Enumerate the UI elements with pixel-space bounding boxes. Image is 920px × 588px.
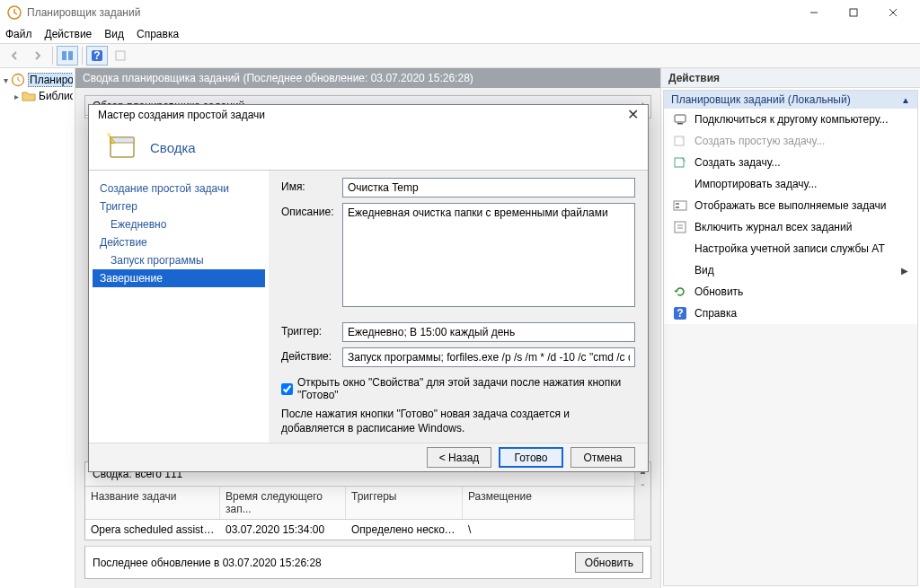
svg-rect-2 xyxy=(62,51,66,60)
svg-text:?: ? xyxy=(93,49,100,62)
tree-root[interactable]: ▾ Планировщ xyxy=(2,72,73,88)
action-import[interactable]: Импортировать задачу... xyxy=(664,173,917,195)
svg-rect-3 xyxy=(68,51,73,60)
label-trigger: Триггер: xyxy=(281,322,342,342)
toolbar-blank-button[interactable] xyxy=(110,46,131,66)
svg-rect-14 xyxy=(676,206,679,208)
refresh-button[interactable]: Обновить xyxy=(575,552,643,573)
action-refresh[interactable]: Обновить xyxy=(664,281,917,303)
minimize-button[interactable] xyxy=(794,0,834,25)
folder-icon xyxy=(22,89,36,103)
submenu-arrow-icon: ▶ xyxy=(901,266,908,276)
chevron-right-icon: ▸ xyxy=(14,92,19,101)
col-location[interactable]: Размещение xyxy=(463,487,634,519)
close-button[interactable] xyxy=(873,0,913,25)
back-button[interactable]: < Назад xyxy=(427,447,491,468)
action-create[interactable]: Создать задачу... xyxy=(664,152,917,173)
toolbar-panes-button[interactable] xyxy=(57,46,78,66)
svg-rect-8 xyxy=(675,115,686,122)
clock-icon xyxy=(11,73,25,87)
label-action: Действие: xyxy=(281,347,342,367)
table-header: Название задачи Время следующего зап... … xyxy=(85,487,634,520)
menu-help[interactable]: Справка xyxy=(137,28,179,40)
action-help[interactable]: ? Справка xyxy=(664,303,917,324)
description-field[interactable]: Ежедневная очистка папки с временными фа… xyxy=(342,203,635,307)
svg-text:?: ? xyxy=(677,307,683,320)
refresh-icon xyxy=(673,285,687,299)
toolbar: ? xyxy=(0,43,920,68)
label-desc: Описание: xyxy=(281,203,342,310)
wizard-steps: Создание простой задачи Триггер Ежедневн… xyxy=(89,171,269,443)
table-row[interactable]: Opera scheduled assistant Autoup... 03.0… xyxy=(85,520,634,540)
step-trigger[interactable]: Триггер xyxy=(93,197,265,215)
actions-section-header[interactable]: Планировщик заданий (Локальный) ▲ xyxy=(664,91,917,109)
step-launch[interactable]: Запуск программы xyxy=(93,251,265,269)
collapse-up-icon: ▲ xyxy=(901,95,910,105)
trigger-field[interactable] xyxy=(342,322,635,342)
running-tasks-icon xyxy=(673,198,687,213)
action-create-basic: Создать простую задачу... xyxy=(664,130,917,152)
nav-tree: ▾ Планировщ ▸ Библиоте xyxy=(0,68,75,588)
create-task-icon xyxy=(673,155,687,170)
tree-root-label: Планировщ xyxy=(28,73,73,87)
wizard-heading: Сводка xyxy=(150,140,196,155)
svg-rect-12 xyxy=(674,201,686,210)
action-view[interactable]: Вид ▶ xyxy=(664,259,917,281)
history-icon xyxy=(673,220,687,234)
svg-rect-15 xyxy=(675,222,686,233)
svg-rect-1 xyxy=(850,9,857,16)
open-properties-checkbox[interactable] xyxy=(281,383,293,395)
blank-icon xyxy=(673,177,687,191)
menu-view[interactable]: Вид xyxy=(104,28,124,40)
svg-point-20 xyxy=(107,133,111,136)
actions-pane: Действия Планировщик заданий (Локальный)… xyxy=(661,68,920,588)
maximize-button[interactable] xyxy=(834,0,873,25)
help-icon: ? xyxy=(673,306,687,320)
action-enable-history[interactable]: Включить журнал всех заданий xyxy=(664,216,917,238)
wizard-form: Имя: Описание: Ежедневная очистка папки … xyxy=(269,171,648,443)
col-next-run[interactable]: Время следующего зап... xyxy=(220,487,346,519)
step-daily[interactable]: Ежедневно xyxy=(93,215,265,233)
cancel-button[interactable]: Отмена xyxy=(571,447,635,468)
wizard-icon xyxy=(105,130,139,164)
app-clock-icon xyxy=(7,5,22,20)
computer-icon xyxy=(673,112,687,127)
step-create[interactable]: Создание простой задачи xyxy=(93,180,265,197)
label-name: Имя: xyxy=(281,178,342,197)
menu-action[interactable]: Действие xyxy=(45,28,93,40)
col-name[interactable]: Название задачи xyxy=(85,487,220,519)
window-title: Планировщик заданий xyxy=(27,6,140,19)
action-at-account[interactable]: Настройка учетной записи службы AT xyxy=(664,238,917,259)
open-properties-label: Открыть окно "Свойства" для этой задачи … xyxy=(297,376,635,401)
nav-forward-button[interactable] xyxy=(27,46,49,66)
dialog-close-button[interactable]: ✕ xyxy=(627,106,639,123)
nav-back-button[interactable] xyxy=(4,46,25,66)
chevron-up-icon[interactable]: ⌃ xyxy=(635,478,650,495)
dialog-title: Мастер создания простой задачи xyxy=(98,109,265,121)
action-field[interactable] xyxy=(342,347,635,367)
svg-rect-6 xyxy=(116,51,125,60)
wizard-note: После нажатия кнопки "Готово" новая зада… xyxy=(281,407,635,435)
blank-icon xyxy=(673,263,687,277)
blank-icon xyxy=(673,241,687,256)
toolbar-help-button[interactable]: ? xyxy=(86,46,108,66)
col-triggers[interactable]: Триггеры xyxy=(346,487,463,519)
step-action[interactable]: Действие xyxy=(93,233,265,251)
center-header: Сводка планировщика заданий (Последнее о… xyxy=(75,68,660,88)
tree-library-label: Библиоте xyxy=(39,90,73,102)
svg-rect-13 xyxy=(676,203,679,205)
step-finish[interactable]: Завершение xyxy=(93,269,265,287)
action-connect[interactable]: Подключиться к другому компьютеру... xyxy=(664,109,917,130)
window-titlebar: Планировщик заданий xyxy=(0,0,920,25)
menu-bar: Файл Действие Вид Справка xyxy=(0,25,920,43)
svg-rect-9 xyxy=(677,123,683,125)
name-field[interactable] xyxy=(342,178,635,197)
finish-button[interactable]: Готово xyxy=(499,447,563,468)
action-show-running[interactable]: Отображать все выполняемые задачи xyxy=(664,195,917,216)
tree-library[interactable]: ▸ Библиоте xyxy=(2,88,73,104)
last-update-text: Последнее обновление в 03.07.2020 15:26:… xyxy=(93,557,322,569)
chevron-down-icon: ▾ xyxy=(4,75,8,85)
menu-file[interactable]: Файл xyxy=(5,28,32,40)
wizard-icon xyxy=(673,134,687,148)
actions-pane-title: Действия xyxy=(661,68,920,88)
